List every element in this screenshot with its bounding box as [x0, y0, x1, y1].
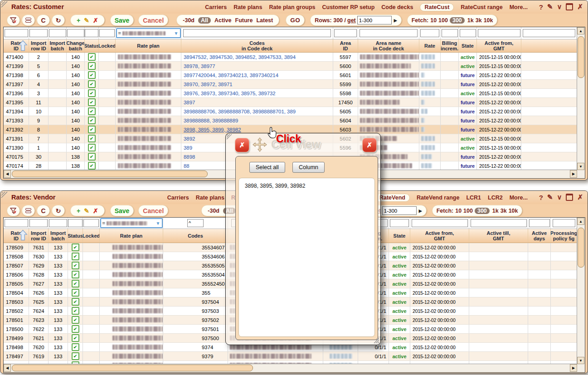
resize-handle-icon[interactable]	[1, 1, 8, 8]
chevron-down-icon[interactable]: ▼	[156, 221, 160, 226]
close-icon[interactable]: ✗	[577, 193, 583, 201]
edit-icon[interactable]: ✎	[547, 3, 553, 11]
fetch-3k[interactable]: 3k	[501, 208, 507, 214]
status-checkbox[interactable]: ✔	[88, 135, 96, 142]
fetch-1k[interactable]: 1k	[467, 17, 474, 24]
refresh-icon[interactable]: ↻	[52, 205, 65, 216]
header-cell-locked[interactable]: Locked	[99, 39, 116, 52]
menu-item-more-[interactable]: More...	[510, 4, 528, 10]
get-link[interactable]: get	[347, 17, 356, 24]
header-cell-from[interactable]: Active from, GMT	[410, 229, 469, 243]
menu-item-lcr2[interactable]: LCR2	[488, 195, 503, 201]
status-checkbox[interactable]: ✔	[88, 98, 96, 106]
filter-input-batch[interactable]	[49, 219, 67, 227]
scroll-up-button[interactable]: ▲	[577, 218, 584, 225]
header-cell-rate[interactable]: Rate	[419, 39, 441, 52]
filter-input-rate[interactable]	[420, 29, 439, 37]
status-checkbox[interactable]: ✔	[72, 298, 79, 306]
codes-link[interactable]: 3892	[184, 136, 195, 141]
status-checkbox[interactable]: ✔	[72, 307, 79, 315]
header-cell-row[interactable]: Import row ID	[29, 229, 49, 243]
filter-input-row[interactable]	[29, 29, 48, 37]
codes-link[interactable]: 389888888, 389888889	[184, 118, 238, 123]
filter-input-id[interactable]	[5, 29, 28, 37]
horizontal-scroll-thumb[interactable]	[12, 170, 208, 177]
scroll-down-button[interactable]: ▼	[577, 163, 584, 170]
header-cell-bill[interactable]: Billing increm.	[441, 39, 459, 52]
status-checkbox[interactable]: ✔	[72, 244, 79, 251]
status-checkbox[interactable]: ✔	[88, 71, 96, 79]
menu-item-more-[interactable]: More...	[510, 195, 528, 201]
filter-input-locked[interactable]	[99, 29, 115, 37]
save-button[interactable]: Save	[110, 15, 134, 26]
fetch-100[interactable]: 100	[463, 208, 473, 214]
header-cell-batch[interactable]: Import batch	[49, 39, 67, 52]
filter-input-proc[interactable]	[553, 219, 575, 227]
filter-icon[interactable]: ✗	[7, 205, 20, 216]
fetch-10[interactable]: 10	[455, 208, 462, 214]
codes-link[interactable]: 38976, 38973, 3897340, 38975, 389732	[184, 91, 276, 96]
scroll-left-button[interactable]: ◀	[4, 364, 11, 372]
resize-corner-icon[interactable]	[374, 338, 379, 344]
codes-link[interactable]: 38988888706, 38988888708, 38988888701, 3…	[184, 109, 296, 114]
close-icon[interactable]: ✗	[235, 138, 249, 152]
fetch-100[interactable]: 100	[438, 17, 448, 24]
rate-plan-filter[interactable]: =▼	[116, 28, 181, 38]
fetch-1k[interactable]: 1k	[492, 208, 499, 214]
add-icon[interactable]: +	[77, 17, 80, 24]
help-icon[interactable]: ?	[539, 3, 543, 11]
window-icon[interactable]	[566, 3, 573, 10]
header-cell-days[interactable]: Active days	[528, 229, 551, 243]
collapse-icon[interactable]: ∨	[557, 193, 562, 201]
refresh-icon[interactable]: ↻	[52, 15, 65, 26]
filter-input-code[interactable]	[187, 219, 204, 227]
horizontal-scrollbar[interactable]: ◀▶	[4, 364, 577, 372]
menu-item-ratecust[interactable]: RateCust	[420, 3, 454, 11]
codes-link[interactable]: 38978, 38977	[184, 63, 215, 69]
rate-plan-filter[interactable]: =▼	[100, 218, 163, 228]
range-all[interactable]: All	[198, 17, 211, 24]
menu-item-carriers[interactable]: Carriers	[205, 4, 227, 10]
status-checkbox[interactable]: ✔	[72, 289, 79, 297]
header-cell-proc[interactable]: Processing policy 5g	[551, 229, 577, 243]
column-button[interactable]: Column	[292, 162, 325, 173]
codes-link[interactable]: 38970, 38972, 38971	[184, 82, 233, 87]
sort-ascending-icon[interactable]	[18, 40, 28, 52]
header-cell-plan[interactable]: Rate plan	[116, 39, 181, 52]
edit-icon[interactable]: ✎	[547, 193, 553, 201]
view-rows-icon[interactable]	[22, 15, 35, 26]
header-cell-area[interactable]: Area ID	[333, 39, 358, 52]
menu-item-customer-rp-setup[interactable]: Customer RP setup	[322, 4, 375, 10]
window-icon[interactable]	[566, 194, 573, 201]
codes-link[interactable]: 3898, 3895, 3899, 38982	[184, 127, 241, 132]
filter-input-chk[interactable]	[68, 219, 83, 227]
cancel-button[interactable]: Cancel	[138, 15, 168, 26]
fetch-300[interactable]: 300	[475, 208, 490, 214]
edit-pencil-icon[interactable]: ✎	[84, 207, 89, 214]
go-button[interactable]: GO	[286, 15, 305, 26]
clear-icon[interactable]: C	[37, 205, 50, 216]
filter-input-change[interactable]	[67, 29, 84, 37]
header-cell-aname[interactable]: Area name in Code deck	[358, 39, 419, 52]
rows-range-input[interactable]	[357, 16, 392, 24]
horizontal-scroll-thumb[interactable]	[12, 365, 253, 371]
header-cell-fill[interactable]	[521, 39, 577, 52]
filter-input-codes[interactable]	[183, 29, 331, 37]
status-checkbox[interactable]: ✔	[72, 253, 79, 260]
header-cell-batch[interactable]: Import batch	[49, 229, 68, 243]
header-cell-till[interactable]: Active till, GMT	[469, 229, 528, 243]
help-icon[interactable]: ?	[539, 194, 543, 201]
delete-icon[interactable]: ✗	[93, 17, 98, 24]
status-checkbox[interactable]: ✔	[88, 89, 96, 97]
fetch-10k[interactable]: 10k	[484, 17, 493, 24]
header-cell-locked[interactable]: Locked	[83, 229, 100, 243]
filter-input-batch[interactable]	[49, 29, 66, 37]
header-cell-state[interactable]: State	[389, 229, 410, 243]
header-cell-row[interactable]: Import row ID	[29, 39, 49, 52]
filter-input-days[interactable]	[529, 219, 550, 227]
menu-item-rate-plan-groups[interactable]: Rate plan groups	[269, 4, 315, 10]
sort-ascending-icon[interactable]	[18, 229, 28, 243]
status-checkbox[interactable]: ✔	[88, 162, 96, 170]
header-cell-change[interactable]: Change batch	[67, 39, 85, 52]
status-checkbox[interactable]: ✔	[72, 262, 79, 269]
